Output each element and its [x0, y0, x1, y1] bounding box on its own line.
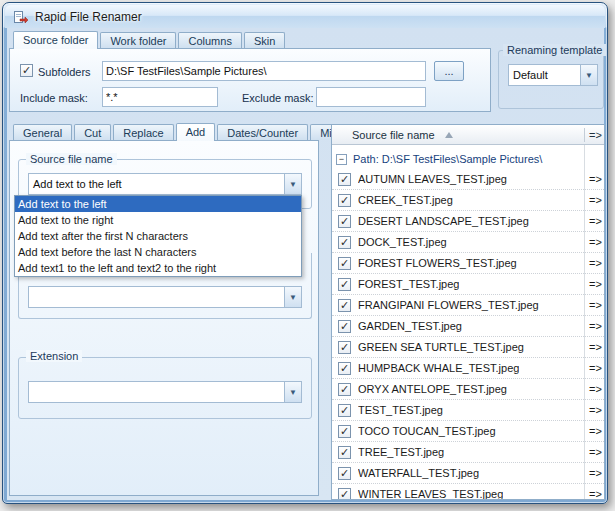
exclude-mask-input[interactable] [316, 87, 426, 107]
tab-cut[interactable]: Cut [74, 124, 111, 140]
arrow-cell: => [589, 194, 602, 206]
row-checkbox[interactable]: ✓ [338, 383, 351, 396]
source-file-name-caption: Source file name [26, 153, 117, 165]
chevron-down-icon[interactable]: ▼ [284, 382, 301, 402]
file-name: DOCK_TEST.jpeg [358, 236, 447, 248]
arrow-cell: => [589, 404, 602, 416]
row-checkbox[interactable]: ✓ [338, 215, 351, 228]
table-row[interactable]: ✓DOCK_TEST.jpeg=> [332, 232, 604, 253]
file-name: TREE_TEST.jpeg [358, 446, 444, 458]
row-checkbox[interactable]: ✓ [338, 278, 351, 291]
file-name: WATERFALL_TEST.jpeg [358, 467, 479, 479]
file-name: TEST_TEST.jpeg [358, 404, 443, 416]
table-row[interactable]: ✓AUTUMN LEAVES_TEST.jpeg=> [332, 169, 604, 190]
arrow-cell: => [589, 299, 602, 311]
tab-add[interactable]: Add [176, 123, 216, 141]
row-checkbox[interactable]: ✓ [338, 362, 351, 375]
tab-work-folder[interactable]: Work folder [100, 32, 176, 48]
row-checkbox[interactable]: ✓ [338, 257, 351, 270]
dropdown-option[interactable]: Add text to the left [15, 196, 301, 212]
top-tab-strip: Source folderWork folderColumnsSkin [11, 31, 287, 48]
extension-caption: Extension [26, 350, 82, 362]
table-row[interactable]: ✓FOREST FLOWERS_TEST.jpeg=> [332, 253, 604, 274]
arrow-cell: => [589, 446, 602, 458]
arrow-cell: => [589, 488, 602, 499]
row-checkbox[interactable]: ✓ [338, 404, 351, 417]
table-row[interactable]: ✓HUMPBACK WHALE_TEST.jpeg=> [332, 358, 604, 379]
arrow-column-header[interactable]: => [589, 129, 602, 141]
chevron-down-icon[interactable]: ▼ [284, 287, 301, 307]
include-mask-label: Include mask: [20, 92, 88, 104]
file-name: GREEN SEA TURTLE_TEST.jpeg [358, 341, 524, 353]
chevron-down-icon[interactable]: ▼ [284, 174, 301, 194]
add-tab-panel: Source file name Add text to the left ▼ … [9, 140, 319, 496]
add-mode-combobox-value: Add text to the left [29, 174, 284, 194]
row-checkbox[interactable]: ✓ [338, 341, 351, 354]
include-mask-input[interactable] [102, 87, 218, 107]
window-title: Rapid File Renamer [35, 10, 142, 24]
table-row[interactable]: ✓WATERFALL_TEST.jpeg=> [332, 463, 604, 484]
table-row[interactable]: ✓GARDEN_TEST.jpeg=> [332, 316, 604, 337]
file-list: Source file name => − Path: D:\SF TestFi… [331, 124, 605, 500]
arrow-cell: => [589, 467, 602, 479]
row-checkbox[interactable]: ✓ [338, 425, 351, 438]
dropdown-option[interactable]: Add text after the first N characters [15, 228, 301, 244]
file-name: AUTUMN LEAVES_TEST.jpeg [358, 173, 507, 185]
subfolders-label: Subfolders [38, 66, 91, 78]
tab-columns[interactable]: Columns [178, 32, 241, 48]
text-combobox[interactable]: ▼ [28, 286, 302, 308]
row-checkbox[interactable]: ✓ [338, 467, 351, 480]
arrow-cell: => [589, 236, 602, 248]
extension-combobox[interactable]: ▼ [28, 381, 302, 403]
subfolders-checkbox[interactable]: ✓ [20, 64, 33, 77]
arrow-cell: => [589, 341, 602, 353]
name-column-header[interactable]: Source file name [352, 129, 435, 141]
row-checkbox[interactable]: ✓ [338, 320, 351, 333]
table-row[interactable]: ✓DESERT LANDSCAPE_TEST.jpeg=> [332, 211, 604, 232]
file-name: FRANGIPANI FLOWERS_TEST.jpeg [358, 299, 539, 311]
file-name: FOREST_TEST.jpeg [358, 278, 459, 290]
list-header[interactable]: Source file name => [332, 125, 604, 145]
row-checkbox[interactable]: ✓ [338, 446, 351, 459]
browse-button[interactable]: ... [434, 61, 464, 81]
table-row[interactable]: ✓CREEK_TEST.jpeg=> [332, 190, 604, 211]
table-row[interactable]: ✓TEST_TEST.jpeg=> [332, 400, 604, 421]
column-divider[interactable] [584, 128, 585, 142]
collapse-icon[interactable]: − [336, 154, 347, 165]
tab-dates-counter[interactable]: Dates/Counter [217, 124, 308, 140]
table-row[interactable]: ✓TREE_TEST.jpeg=> [332, 442, 604, 463]
file-name: TOCO TOUCAN_TEST.jpeg [358, 425, 496, 437]
file-name: FOREST FLOWERS_TEST.jpeg [358, 257, 517, 269]
add-mode-dropdown-list[interactable]: Add text to the leftAdd text to the righ… [14, 195, 302, 277]
file-name: WINTER LEAVES_TEST.jpeg [358, 488, 503, 499]
tab-source-folder[interactable]: Source folder [13, 31, 98, 49]
chevron-down-icon[interactable]: ▼ [580, 65, 597, 85]
dropdown-option[interactable]: Add text1 to the left and text2 to the r… [15, 260, 301, 276]
tab-skin[interactable]: Skin [244, 32, 285, 48]
sort-ascending-icon [445, 132, 453, 138]
table-row[interactable]: ✓TOCO TOUCAN_TEST.jpeg=> [332, 421, 604, 442]
row-checkbox[interactable]: ✓ [338, 299, 351, 312]
path-group-row[interactable]: − Path: D:\SF TestFiles\Sample Pictures\ [332, 149, 604, 169]
file-name: ORYX ANTELOPE_TEST.jpeg [358, 383, 507, 395]
table-row[interactable]: ✓ORYX ANTELOPE_TEST.jpeg=> [332, 379, 604, 400]
table-row[interactable]: ✓FRANGIPANI FLOWERS_TEST.jpeg=> [332, 295, 604, 316]
table-row[interactable]: ✓FOREST_TEST.jpeg=> [332, 274, 604, 295]
tab-replace[interactable]: Replace [113, 124, 173, 140]
path-input[interactable] [102, 61, 426, 81]
row-checkbox[interactable]: ✓ [338, 194, 351, 207]
row-checkbox[interactable]: ✓ [338, 236, 351, 249]
dropdown-option[interactable]: Add text to the right [15, 212, 301, 228]
dropdown-option[interactable]: Add text before the last N characters [15, 244, 301, 260]
arrow-cell: => [589, 257, 602, 269]
title-bar[interactable]: Rapid File Renamer [5, 5, 605, 28]
app-icon [13, 9, 29, 25]
table-row[interactable]: ✓WINTER LEAVES_TEST.jpeg=> [332, 484, 604, 499]
table-row[interactable]: ✓GREEN SEA TURTLE_TEST.jpeg=> [332, 337, 604, 358]
tab-general[interactable]: General [13, 124, 72, 140]
row-checkbox[interactable]: ✓ [338, 488, 351, 500]
add-mode-combobox[interactable]: Add text to the left ▼ [28, 173, 302, 195]
row-checkbox[interactable]: ✓ [338, 173, 351, 186]
arrow-cell: => [589, 215, 602, 227]
template-combobox[interactable]: Default ▼ [508, 64, 598, 86]
